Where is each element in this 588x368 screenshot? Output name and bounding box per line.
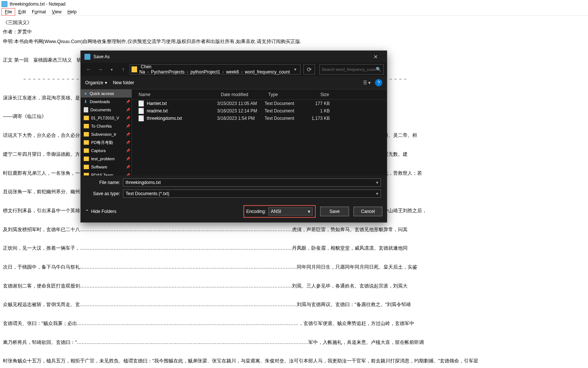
text-line: 玄德谓关、张曰："贼众我寡；必出…………………………………………………………………: [3, 319, 585, 328]
text-line: [3, 234, 585, 243]
sidebar-label: Subversion_tr: [91, 132, 116, 137]
file-row[interactable]: readme.txt 3/16/2023 12:14 PM Text Docum…: [132, 107, 387, 115]
window-title: threekingdoms.txt - Notepad: [10, 1, 66, 7]
organize-button[interactable]: Organize ▾: [85, 80, 107, 85]
header-name[interactable]: Name: [132, 92, 217, 97]
header-size[interactable]: Size: [303, 92, 333, 97]
address-bar[interactable]: Chen Na›PycharmProjects›pythonProject1›w…: [130, 64, 300, 75]
text-line: 嵩乃桥将兵，邹靖欲回。玄德曰："…………………………………………………………………: [3, 338, 585, 347]
notepad-titlebar: threekingdoms.txt - Notepad: [0, 0, 588, 8]
view-options-button[interactable]: ☰ ▾: [362, 78, 372, 87]
search-input[interactable]: [322, 67, 376, 72]
file-name-input[interactable]: ▾: [123, 178, 381, 187]
sidebar-item[interactable]: 01_PLT2010_V📌: [81, 114, 132, 122]
dialog-titlebar: Save As ✕: [81, 51, 387, 63]
file-row[interactable]: Hamlet.txt 3/15/2023 11:05 AM Text Docum…: [132, 100, 387, 107]
file-date: 3/15/2023 11:05 AM: [217, 101, 265, 106]
refresh-button[interactable]: ⟳: [303, 64, 315, 75]
file-name: Hamlet.txt: [147, 101, 167, 106]
sidebar-label: PD每月考勤: [91, 140, 113, 145]
search-box[interactable]: 🔍: [319, 64, 384, 75]
file-date: 3/16/2023 12:14 PM: [217, 108, 265, 114]
sidebar-item[interactable]: ⬇Downloads📌: [81, 98, 132, 106]
sidebar-label: test_problem: [91, 157, 115, 161]
text-line: [3, 290, 585, 300]
breadcrumb-segment[interactable]: PycharmProjects: [149, 69, 186, 75]
save-button[interactable]: Save: [320, 207, 349, 216]
file-row[interactable]: threekingdoms.txt 3/16/2023 1:54 PM Text…: [132, 115, 387, 122]
forward-button[interactable]: →: [95, 64, 105, 75]
text-line: 作者：罗贯中: [3, 27, 585, 36]
pin-icon: 📌: [126, 157, 130, 161]
encoding-group: Encoding: ANSI ▾: [243, 205, 316, 218]
sidebar-item[interactable]: Captura📌: [81, 147, 132, 155]
sidebar-label: Captura: [91, 148, 106, 153]
pin-icon: 📌: [126, 100, 130, 104]
file-size: 1,173 KB: [303, 116, 333, 121]
file-type: Text Document: [265, 116, 303, 121]
chevron-down-icon: ▾: [105, 80, 107, 85]
file-name: threekingdoms.txt: [147, 116, 182, 121]
hide-folders-button[interactable]: ⌃ Hide Folders: [85, 209, 116, 214]
menubar: File Edit Format View Help: [0, 8, 588, 16]
sidebar-item[interactable]: PD每月考勤📌: [81, 138, 132, 147]
text-line: [3, 366, 585, 368]
menu-file[interactable]: File: [1, 8, 15, 16]
menu-help[interactable]: Help: [64, 9, 80, 15]
dialog-nav: ← → ▾ ↑ Chen Na›PycharmProjects›pythonPr…: [81, 63, 387, 76]
text-line: [3, 253, 585, 262]
encoding-select[interactable]: ANSI ▾: [268, 207, 313, 216]
menu-view[interactable]: View: [49, 9, 64, 15]
breadcrumb-segment[interactable]: pythonProject1: [189, 69, 222, 75]
text-line: 玄德谢别二客，便命良匠打造双股剑…………………………………………………………………: [3, 281, 585, 290]
sidebar-label: 01_PLT2010_V: [91, 116, 119, 120]
sidebar-label: Downloads: [90, 99, 110, 104]
text-line: 次日，于桃园中，备下乌牛白马祭礼…………………………………………………………………: [3, 262, 585, 272]
new-folder-button[interactable]: New folder: [113, 80, 134, 85]
cancel-button[interactable]: Cancel: [353, 207, 382, 216]
sidebar-item[interactable]: Software📌: [81, 163, 132, 171]
text-line: 申明:本书由奇书网(Www.Qisuu.Com)自网络收集整理制作,仅供预览交流…: [3, 37, 585, 46]
back-button[interactable]: ←: [84, 64, 94, 75]
save-as-type-select[interactable]: Text Documents (*.txt) ▾: [123, 190, 381, 198]
text-line: [3, 347, 585, 356]
sidebar-item[interactable]: PDAS Team📌: [81, 171, 132, 175]
chevron-down-icon: ▾: [308, 209, 310, 214]
sidebar-label: Quick access: [90, 91, 114, 96]
sidebar-item[interactable]: To ChenNa📌: [81, 122, 132, 130]
breadcrumb-segment[interactable]: word_frequency_count: [243, 69, 291, 75]
menu-format[interactable]: Format: [29, 9, 49, 15]
breadcrumb-segment[interactable]: week6: [225, 69, 240, 75]
sidebar-item[interactable]: Documents📌: [81, 106, 132, 114]
sidebar-item[interactable]: test_problem📌: [81, 155, 132, 163]
file-type: Text Document: [265, 108, 303, 114]
text-line: [3, 272, 585, 281]
text-line: 《三国演义》: [3, 18, 585, 27]
file-name-field[interactable]: [126, 180, 376, 185]
file-pane: Name Date modified Type Size Hamlet.txt …: [132, 89, 387, 175]
file-icon: [139, 115, 144, 121]
recent-dropdown[interactable]: ▾: [107, 64, 117, 75]
chevron-right-icon: ›: [186, 69, 189, 75]
help-button[interactable]: ?: [375, 79, 382, 86]
chevron-down-icon[interactable]: ▾: [376, 191, 378, 196]
up-button[interactable]: ↑: [118, 64, 128, 75]
column-headers: Name Date modified Type Size: [132, 89, 387, 100]
file-icon: [139, 101, 144, 106]
close-icon[interactable]: ✕: [368, 51, 383, 63]
menu-edit[interactable]: Edit: [15, 9, 29, 15]
chevron-down-icon[interactable]: ▾: [376, 180, 378, 185]
pin-icon: 📌: [126, 165, 130, 169]
header-type[interactable]: Type: [265, 92, 303, 97]
sidebar-item[interactable]: ★Quick access: [81, 89, 132, 98]
header-date[interactable]: Date modified: [217, 92, 265, 97]
address-dropdown-icon[interactable]: ▾: [292, 67, 299, 72]
file-size: 177 KB: [303, 101, 333, 106]
pin-icon: 📌: [126, 141, 130, 144]
dialog-bottom: File name: ▾ Save as type: Text Document…: [81, 175, 387, 202]
file-name: readme.txt: [147, 108, 168, 114]
sidebar-item[interactable]: Subversion_tr📌: [81, 130, 132, 138]
pin-icon: 📌: [126, 124, 130, 128]
dialog-title: Save As: [93, 54, 368, 59]
sidebar-label: To ChenNa: [91, 124, 112, 128]
